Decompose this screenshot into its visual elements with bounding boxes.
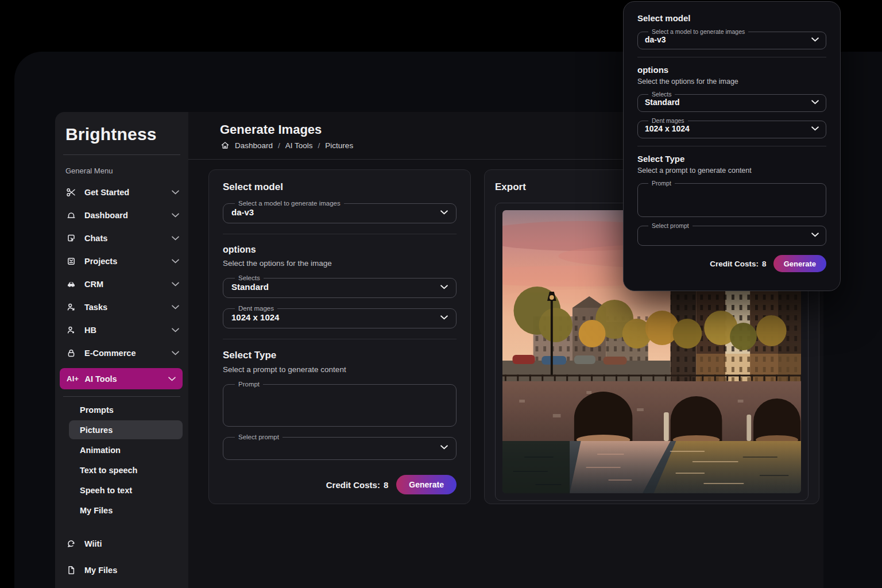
size-select[interactable]: Dent mages 1024 x 1024: [223, 305, 457, 328]
sidebar-item-wiiti[interactable]: Wiiti: [55, 532, 188, 555]
section-title-select-model: Select model: [637, 13, 826, 23]
sidebar-item-label: Wiiti: [84, 539, 102, 548]
sidebar-item-label: Get Started: [84, 188, 172, 197]
section-title-select-model: Select model: [223, 181, 457, 193]
sidebar-item-tasks[interactable]: Tasks: [55, 296, 188, 319]
subitem-label: Animation: [80, 446, 121, 455]
quality-value: Standard: [645, 98, 680, 107]
home-icon[interactable]: [220, 141, 230, 150]
sidebar-section-label: General Menu: [55, 155, 188, 181]
model-select[interactable]: Select a model to generate images da-v3: [637, 28, 826, 49]
generation-form-panel: Select model Select a model to generate …: [208, 169, 471, 504]
sidebar-item-label: CRM: [84, 280, 172, 289]
chevron-down-icon: [172, 190, 179, 195]
sidebar-item-label: Dashboard: [84, 211, 172, 220]
sidebar-subitem-my-files[interactable]: My Files: [69, 501, 183, 520]
sidebar-subitem-speech-to-text[interactable]: Speeh to text: [69, 481, 183, 500]
model-select[interactable]: Select a model to generate images da-v3: [223, 200, 457, 223]
chevron-down-icon: [172, 259, 179, 264]
sidebar-subitem-pictures[interactable]: Pictures: [69, 420, 183, 439]
page-title: Generate Images: [220, 122, 322, 137]
sidebar-item-projects[interactable]: Projects: [55, 250, 188, 273]
quality-value: Standard: [231, 282, 269, 292]
divider: [223, 339, 457, 339]
person-arrow-icon: [66, 301, 78, 313]
size-select[interactable]: Dent mages 1024 x 1024: [637, 117, 826, 138]
breadcrumb-pictures[interactable]: Pictures: [325, 141, 353, 150]
subitem-label: Pictures: [80, 425, 113, 435]
breadcrumb-ai-tools[interactable]: AI Tools: [285, 141, 313, 150]
field-label: Prompt: [235, 381, 263, 388]
chevron-down-icon: [811, 37, 819, 42]
sidebar-item-chats[interactable]: Chats: [55, 227, 188, 250]
generate-button[interactable]: Generate: [773, 255, 826, 272]
bell-icon: [66, 210, 78, 221]
subitem-label: Text to speech: [80, 466, 137, 475]
sidebar: Brightness General Menu Get Started Dash…: [55, 112, 188, 588]
chevron-down-icon: [440, 315, 448, 320]
sidebar-subitem-animation[interactable]: Animation: [69, 440, 183, 459]
credit-costs-value: 8: [762, 260, 767, 268]
sidebar-item-dashboard[interactable]: Dashboard: [55, 204, 188, 227]
size-value: 1024 x 1024: [231, 312, 279, 322]
car-icon: [66, 278, 78, 290]
breadcrumb: Dashboard / AI Tools / Pictures: [220, 141, 353, 150]
breadcrumb-separator: /: [278, 141, 280, 150]
field-label: Select a model to generate images: [235, 200, 344, 207]
size-value: 1024 x 1024: [645, 124, 690, 133]
chevron-down-icon: [440, 210, 448, 215]
sidebar-item-ecommerce[interactable]: E-Commerce: [55, 342, 188, 365]
sidebar-item-label: AI Tools: [85, 374, 169, 384]
sidebar-item-hb[interactable]: HB: [55, 319, 188, 342]
prompt-select[interactable]: Select prompt: [637, 222, 826, 246]
section-subtitle-options: Select the options for the image: [223, 259, 457, 268]
breadcrumb-separator: /: [318, 141, 320, 150]
field-label: Dent mages: [648, 117, 688, 124]
section-title-select-type: Select Type: [223, 350, 457, 361]
chevron-down-icon: [168, 377, 176, 381]
sidebar-subitem-prompts[interactable]: Prompts: [69, 400, 183, 419]
model-value: da-v3: [231, 207, 254, 217]
generate-button[interactable]: Generate: [396, 475, 457, 494]
chevron-down-icon: [811, 126, 819, 131]
chevron-down-icon: [172, 351, 179, 355]
sidebar-item-label: E-Commerce: [84, 349, 172, 358]
chevron-down-icon: [440, 445, 448, 450]
person-icon: [66, 324, 78, 336]
prompt-select[interactable]: Select prompt: [223, 434, 457, 460]
chevron-down-icon: [172, 236, 179, 241]
sidebar-item-label: Chats: [84, 234, 172, 243]
sidebar-item-ai-tools-active[interactable]: AI+ AI Tools: [60, 368, 183, 389]
section-subtitle-select-type: Select a prompt to generate content: [637, 167, 826, 175]
sidebar-item-label: HB: [84, 326, 172, 335]
credit-costs-value: 8: [384, 480, 388, 490]
divider: [637, 57, 826, 57]
field-label: Selects: [648, 91, 675, 98]
field-label: Prompt: [648, 180, 675, 187]
sidebar-item-label: My Files: [84, 566, 117, 575]
prompt-input[interactable]: [231, 388, 448, 418]
credit-costs-label: Credit Costs:: [710, 260, 759, 268]
prompt-input[interactable]: [645, 187, 819, 210]
chevron-down-icon: [172, 213, 179, 218]
sidebar-item-get-started[interactable]: Get Started: [55, 181, 188, 204]
field-label: Dent mages: [235, 305, 277, 312]
prompt-field: Prompt: [223, 381, 457, 427]
section-title-options: options: [223, 245, 457, 255]
lock-icon: [66, 347, 78, 359]
projects-icon: [66, 256, 78, 267]
sidebar-item-my-files-bottom[interactable]: My Files: [55, 559, 188, 582]
chevron-down-icon: [172, 305, 179, 310]
credit-costs: Credit Costs:8: [326, 480, 389, 490]
breadcrumb-dashboard[interactable]: Dashboard: [235, 141, 273, 150]
quality-select[interactable]: Selects Standard: [223, 274, 457, 298]
sidebar-subitem-text-to-speech[interactable]: Text to speech: [69, 461, 183, 479]
sidebar-item-label: Projects: [84, 257, 172, 266]
sidebar-item-crm[interactable]: CRM: [55, 273, 188, 296]
section-title-select-type: Select Type: [637, 154, 826, 164]
section-title-options: options: [637, 65, 826, 75]
floating-generation-panel: Select model Select a model to generate …: [623, 1, 841, 291]
quality-select[interactable]: Selects Standard: [637, 91, 826, 112]
field-label: Select prompt: [648, 222, 693, 229]
chevron-down-icon: [172, 328, 179, 332]
